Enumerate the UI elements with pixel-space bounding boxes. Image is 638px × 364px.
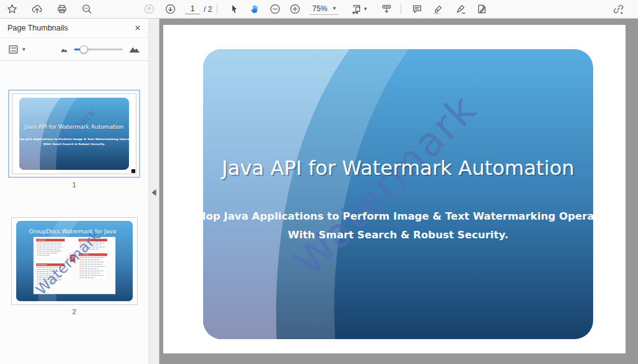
thumbnail-options-button[interactable]: ▾: [7, 44, 26, 55]
slide-subtitle-1: Develop Java Applications to Perform Ima…: [203, 210, 593, 222]
zoom-level-value: 75%: [312, 4, 327, 13]
slider-handle[interactable]: [80, 45, 88, 54]
scrolling-mode-button[interactable]: [378, 2, 396, 17]
close-panel-button[interactable]: ✕: [135, 24, 141, 32]
slide-subtitle-1: Develop Java Applications to Perform Ima…: [19, 138, 129, 141]
arrow-down-circle-icon: [164, 3, 176, 15]
panel-title: Page Thumbnails: [7, 24, 68, 32]
cursor-arrow-icon: [228, 3, 240, 15]
comment-tool-button[interactable]: [409, 2, 426, 17]
fit-width-icon: [351, 3, 363, 15]
chevron-down-icon: ▾: [333, 6, 336, 11]
pdf-viewer-window: / 2 75% ▾ ▾: [0, 0, 638, 364]
toolbar-divider: [217, 4, 217, 14]
highlight-tool-button[interactable]: [430, 2, 447, 17]
sidebar-collapse-handle[interactable]: ◀: [148, 19, 160, 364]
highlighter-icon: [432, 3, 444, 15]
thumbnail-corner-marker: [131, 169, 135, 173]
document-viewer: Watermark Java API for Watermark Automat…: [160, 19, 638, 364]
collapse-left-icon: ◀: [152, 187, 156, 196]
thumbnail-list: Watermark Java API for Watermark Automat…: [0, 61, 148, 364]
small-mountain-icon: [60, 45, 69, 54]
search-icon: [81, 3, 93, 15]
hand-icon: [249, 3, 261, 15]
slide-subtitle-2: With Smart Search & Robust Security.: [288, 229, 508, 241]
page-thumbnail-2[interactable]: GroupDocs.Watermark for Java: [11, 217, 138, 315]
list-options-icon: [7, 44, 19, 55]
thumbnail-selection-border: Watermark Java API for Watermark Automat…: [8, 90, 140, 178]
chevron-down-icon: ▾: [364, 6, 367, 12]
zoom-level-select[interactable]: 75% ▾: [310, 4, 338, 15]
comment-bubble-icon: [411, 3, 423, 15]
zoom-out-button[interactable]: [266, 2, 283, 17]
document-page: Watermark Java API for Watermark Automat…: [163, 25, 626, 353]
panel-header: Page Thumbnails ✕: [0, 19, 148, 38]
minus-circle-icon: [269, 3, 281, 15]
next-page-button[interactable]: [161, 2, 179, 17]
slide-1-thumbnail-art: Watermark Java API for Watermark Automat…: [19, 98, 129, 170]
page-count-label: / 2: [204, 5, 212, 14]
thumbnails-panel: Page Thumbnails ✕ ▾: [0, 19, 148, 364]
star-icon: [6, 3, 18, 15]
large-mountain-icon: [128, 44, 141, 55]
share-link-button[interactable]: [609, 2, 627, 17]
slide2-title: GroupDocs.Watermark for Java: [29, 228, 116, 235]
cloud-upload-icon: [31, 3, 43, 15]
thumbnail-label-1: 1: [72, 181, 76, 189]
page-number-input[interactable]: [185, 4, 200, 14]
toolbar-divider: [401, 4, 401, 14]
panel-controls: ▾: [0, 38, 148, 61]
share-cloud-button[interactable]: [28, 2, 45, 17]
slide-1-canvas: Watermark Java API for Watermark Automat…: [203, 49, 593, 339]
main-toolbar: / 2 75% ▾ ▾: [0, 0, 638, 19]
slide-subtitle-2: With Smart Search & Robust Security.: [43, 142, 105, 146]
slide-title: Java API for Watermark Automation: [24, 124, 124, 130]
hand-tool-button[interactable]: [246, 2, 264, 17]
find-button[interactable]: [78, 2, 95, 17]
plus-circle-icon: [289, 3, 301, 15]
link-icon: [612, 3, 624, 15]
page-thumbnail-1[interactable]: Watermark Java API for Watermark Automat…: [8, 90, 140, 189]
thumbnail-page-2: GroupDocs.Watermark for Java: [11, 217, 138, 305]
chevron-down-icon: ▾: [22, 47, 26, 52]
thumbnail-size-slider[interactable]: [74, 49, 123, 50]
slide-title: Java API for Watermark Automation: [221, 156, 574, 180]
thumbnail-label-2: 2: [72, 308, 76, 315]
printer-icon: [56, 3, 68, 15]
toolbar-down-arrow-icon: [381, 3, 393, 15]
previous-page-button[interactable]: [140, 2, 158, 17]
select-tool-button[interactable]: [225, 2, 242, 17]
slide-2-thumbnail-art: GroupDocs.Watermark for Java: [16, 221, 133, 301]
thumbnail-page-1: Watermark Java API for Watermark Automat…: [12, 93, 136, 174]
content-area: Page Thumbnails ✕ ▾: [0, 19, 638, 364]
favorite-star-button[interactable]: [3, 2, 21, 17]
fountain-pen-icon: [455, 3, 467, 15]
fit-width-button[interactable]: ▾: [347, 2, 371, 17]
zoom-in-button[interactable]: [286, 2, 303, 17]
print-button[interactable]: [53, 2, 70, 17]
arrow-up-circle-icon: [143, 3, 155, 15]
page-pen-icon: [476, 3, 488, 15]
thumbnail-size-controls: [60, 44, 141, 55]
fill-sign-button[interactable]: [474, 2, 491, 17]
sign-tool-button[interactable]: [452, 2, 470, 17]
feature-box-top-left: [36, 239, 64, 258]
